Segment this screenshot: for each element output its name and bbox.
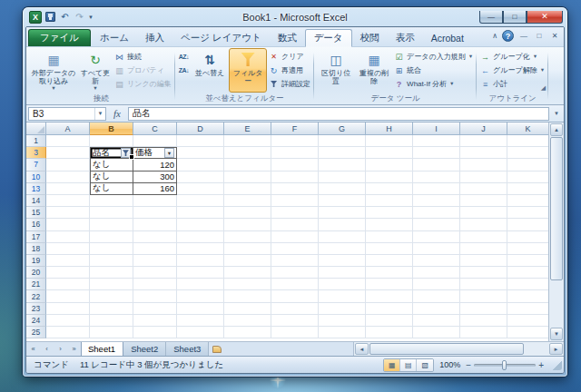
cell-F3[interactable]	[271, 147, 319, 159]
cell-I15[interactable]	[413, 207, 460, 219]
cell-E19[interactable]	[224, 255, 271, 267]
cell-D13[interactable]	[177, 183, 224, 195]
cell-G22[interactable]	[319, 290, 366, 302]
subtotal-button[interactable]: ≡ 小計	[478, 78, 547, 90]
cell-J15[interactable]	[460, 207, 507, 219]
workbook-minimize-icon[interactable]: —	[518, 32, 529, 40]
cell-I3[interactable]	[413, 147, 460, 159]
cell-G17[interactable]	[319, 231, 366, 243]
cell-B10[interactable]: なし	[90, 172, 133, 183]
cell-D20[interactable]	[177, 267, 224, 279]
cell-D22[interactable]	[177, 290, 224, 302]
cell-E1[interactable]	[224, 135, 271, 147]
cell-G20[interactable]	[319, 267, 366, 279]
row-header-18[interactable]: 18	[26, 243, 46, 255]
cell-H24[interactable]	[366, 315, 413, 327]
name-box-dropdown-icon[interactable]: ▼	[94, 108, 105, 120]
help-icon[interactable]: ?	[502, 30, 514, 42]
save-button[interactable]	[44, 11, 56, 24]
cell-C19[interactable]	[133, 255, 177, 267]
data-validation-button[interactable]: ☑ データの入力規則 ▼	[392, 51, 475, 63]
tab-home[interactable]: ホーム	[92, 29, 137, 46]
vertical-scroll-thumb[interactable]	[550, 137, 563, 280]
column-header-A[interactable]: A	[46, 122, 90, 135]
cell-G13[interactable]	[319, 183, 366, 195]
cell-K13[interactable]	[507, 183, 548, 195]
zoom-slider[interactable]: − +	[466, 360, 544, 370]
cell-J17[interactable]	[460, 231, 507, 243]
cell-B20[interactable]	[90, 267, 133, 279]
undo-button[interactable]: ↶	[59, 11, 71, 24]
row-header-24[interactable]: 24	[26, 315, 46, 327]
cell-H13[interactable]	[366, 183, 413, 195]
what-if-analysis-button[interactable]: ? What-If 分析 ▼	[392, 78, 475, 90]
row-header-21[interactable]: 21	[26, 279, 46, 290]
cell-C7[interactable]: 120	[133, 159, 177, 171]
row-header-1[interactable]: 1	[26, 135, 46, 147]
cell-H25[interactable]	[366, 327, 413, 338]
row-header-14[interactable]: 14	[26, 195, 46, 207]
cell-B17[interactable]	[90, 231, 133, 243]
tab-acrobat[interactable]: Acrobat	[423, 29, 472, 46]
cell-H16[interactable]	[366, 219, 413, 230]
cell-H22[interactable]	[366, 290, 413, 302]
cell-A21[interactable]	[46, 279, 90, 290]
cell-K19[interactable]	[507, 255, 548, 267]
cell-I7[interactable]	[413, 159, 460, 171]
text-to-columns-button[interactable]: ◫ 区切り位置	[316, 48, 356, 93]
maximize-button[interactable]: □	[503, 11, 527, 24]
cell-D10[interactable]	[177, 172, 224, 183]
cell-B23[interactable]	[90, 303, 133, 315]
horizontal-scroll-thumb[interactable]	[369, 343, 524, 355]
cell-H3[interactable]	[366, 147, 413, 159]
cell-J20[interactable]	[460, 267, 507, 279]
cell-A19[interactable]	[46, 255, 90, 267]
cell-D21[interactable]	[177, 279, 224, 290]
cell-F24[interactable]	[271, 315, 319, 327]
cell-I13[interactable]	[413, 183, 460, 195]
cell-B7[interactable]: なし	[90, 159, 133, 171]
cell-J1[interactable]	[460, 135, 507, 147]
cell-G10[interactable]	[319, 172, 366, 183]
scroll-left-icon[interactable]: ◄	[355, 343, 369, 355]
row-header-10[interactable]: 10	[26, 172, 46, 183]
cell-G24[interactable]	[319, 315, 366, 327]
clear-filter-button[interactable]: ✕ クリア	[267, 51, 312, 63]
cell-K7[interactable]	[507, 159, 548, 171]
column-header-J[interactable]: J	[460, 122, 507, 135]
cell-E20[interactable]	[224, 267, 271, 279]
name-box[interactable]: B3 ▼	[28, 107, 106, 121]
cell-J23[interactable]	[460, 303, 507, 315]
cell-A17[interactable]	[46, 231, 90, 243]
sheet-tab-sheet3[interactable]: Sheet3	[166, 342, 209, 356]
zoom-out-icon[interactable]: −	[466, 360, 471, 370]
cell-D25[interactable]	[177, 327, 224, 338]
cell-E22[interactable]	[224, 290, 271, 302]
cell-H21[interactable]	[366, 279, 413, 290]
cell-B15[interactable]	[90, 207, 133, 219]
scroll-down-icon[interactable]: ▼	[550, 328, 563, 340]
cell-G3[interactable]	[319, 147, 366, 159]
cell-G18[interactable]	[319, 243, 366, 255]
cell-J25[interactable]	[460, 327, 507, 338]
sort-button[interactable]: ⇅ 並べ替え	[191, 48, 229, 93]
cell-D3[interactable]	[177, 147, 224, 159]
cell-D19[interactable]	[177, 255, 224, 267]
qat-customize-button[interactable]: ▼	[88, 15, 94, 20]
cell-D17[interactable]	[177, 231, 224, 243]
cell-F19[interactable]	[271, 255, 319, 267]
cell-A22[interactable]	[46, 290, 90, 302]
page-break-view-button[interactable]: ▧	[417, 359, 433, 371]
sheet-tab-sheet1[interactable]: Sheet1	[81, 342, 123, 356]
column-header-H[interactable]: H	[366, 122, 413, 135]
remove-duplicates-button[interactable]: ▦ 重複の削除	[356, 48, 392, 93]
cell-E13[interactable]	[224, 183, 271, 195]
cell-F13[interactable]	[271, 183, 319, 195]
cell-F7[interactable]	[271, 159, 319, 171]
row-header-7[interactable]: 7	[26, 159, 46, 171]
insert-worksheet-button[interactable]	[209, 342, 225, 356]
previous-sheet-button[interactable]: ‹	[40, 342, 54, 356]
cell-K22[interactable]	[507, 290, 548, 302]
column-header-K[interactable]: K	[507, 122, 548, 135]
cell-I19[interactable]	[413, 255, 460, 267]
